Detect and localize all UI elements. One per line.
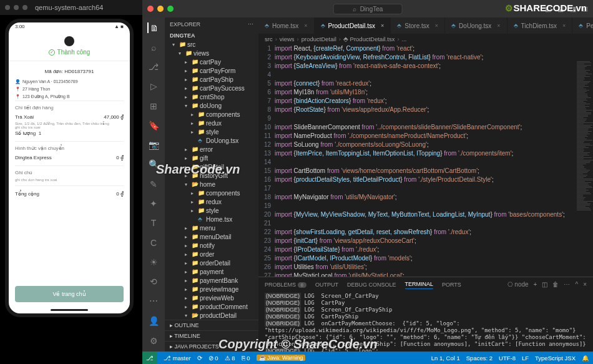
outline-section[interactable]: ▸ OUTLINE	[165, 320, 258, 330]
tree-folder[interactable]: ▸📁payment	[165, 267, 258, 276]
port-count[interactable]: ⎘ 0	[242, 355, 250, 362]
split-terminal-icon[interactable]: ◫	[542, 281, 547, 288]
breadcrumb-item[interactable]: src	[265, 36, 273, 42]
warnings-count[interactable]: ⚠ 8	[225, 355, 235, 362]
tree-folder[interactable]: ▸📁components	[165, 189, 258, 197]
tree-folder[interactable]: ▸📁menuDetail	[165, 232, 258, 241]
project-name[interactable]: DINGTEA	[165, 31, 258, 40]
tree-folder[interactable]: ▸📁giftDetail	[165, 162, 258, 171]
panel-tab[interactable]: PORTS	[442, 280, 461, 289]
tree-folder[interactable]: ▾📁doUong	[165, 101, 258, 110]
breadcrumb[interactable]: src›views›productDetail›⬘ ProductDetail.…	[258, 34, 593, 44]
notification-icon[interactable]: 🔔	[582, 355, 589, 362]
close-icon[interactable]	[147, 6, 154, 12]
close-icon[interactable]: ×	[562, 22, 566, 29]
breadcrumb-item[interactable]: productDetail	[301, 36, 336, 42]
maximize-panel-icon[interactable]: ^	[575, 281, 578, 288]
editor-tab[interactable]: ⬘DoUong.tsx×	[445, 17, 507, 34]
tree-folder[interactable]: ▸📁cmtShop	[165, 92, 258, 101]
close-icon[interactable]: ×	[381, 22, 384, 29]
tree-folder[interactable]: ▾📂home	[165, 180, 258, 189]
tree-folder[interactable]: ▸📁style	[165, 127, 258, 136]
panel-tab[interactable]: TERMINAL	[405, 280, 434, 289]
text-icon[interactable]: T	[148, 218, 159, 229]
zoom-icon[interactable]: 🔍	[148, 159, 159, 170]
extensions-icon[interactable]: ⊞	[148, 101, 159, 111]
settings-icon[interactable]: ⚙	[148, 335, 159, 347]
tree-folder[interactable]: ▸📁menu	[165, 224, 258, 232]
nav-bar[interactable]	[51, 309, 88, 311]
debug-icon[interactable]: ▷	[148, 81, 159, 92]
panel-tab[interactable]: DEBUG CONSOLE	[347, 280, 396, 289]
tree-folder[interactable]: ▸📁paymentBank	[165, 276, 258, 285]
tree-folder[interactable]: ▸📁redux	[165, 119, 258, 127]
terminal-profile[interactable]: ⎔ node	[507, 281, 529, 288]
cursor-position[interactable]: Ln 1, Col 1	[431, 355, 460, 362]
tree-folder[interactable]: ▾📁src	[165, 40, 258, 49]
breadcrumb-item[interactable]: ⬘ ProductDetail.tsx	[343, 36, 395, 42]
close-icon[interactable]: ×	[497, 22, 500, 29]
account-icon[interactable]: 👤	[148, 315, 159, 327]
editor-tab[interactable]: ⬘TichDiem.tsx×	[507, 17, 573, 34]
tree-folder[interactable]: ▾📁views	[165, 49, 258, 57]
close-icon[interactable]: ×	[304, 22, 307, 29]
minimap[interactable]	[576, 61, 593, 277]
more-icon[interactable]: ⋯	[564, 281, 570, 288]
traffic-dot[interactable]	[22, 5, 27, 10]
tree-folder[interactable]: ▸📁cartPay	[165, 57, 258, 66]
tree-folder[interactable]: ▾📂productDetail	[165, 311, 258, 320]
tree-folder[interactable]: ▸📁historyGift	[165, 171, 258, 180]
layout-right-icon[interactable]: ◨	[570, 5, 576, 13]
tree-folder[interactable]: ▸📁previewWeb	[165, 293, 258, 302]
language-mode[interactable]: TypeScript JSX	[535, 355, 576, 362]
encoding-status[interactable]: UTF-8	[499, 355, 516, 362]
java-status[interactable]: ☕ Java: Warning	[257, 355, 306, 361]
editor-tab[interactable]: ⬘Person.tsx×	[572, 17, 593, 34]
sun-icon[interactable]: ☀	[148, 257, 159, 267]
more-icon[interactable]: ⋯	[248, 21, 253, 27]
customize-layout-icon[interactable]: ⊞	[582, 5, 588, 13]
source-control-icon[interactable]: ⎇	[148, 62, 159, 72]
bookmark-icon[interactable]: 🔖	[148, 120, 159, 130]
java-section[interactable]: ▸ JAVA PROJECTS	[165, 341, 258, 352]
c-icon[interactable]: C	[148, 237, 159, 248]
remote-indicator[interactable]: ⎇	[142, 352, 157, 364]
maximize-icon[interactable]	[167, 6, 174, 12]
indent-status[interactable]: Spaces: 2	[466, 355, 493, 362]
tree-file[interactable]: ⬘Home.tsx	[165, 215, 258, 224]
git-branch[interactable]: ⎇ master	[164, 355, 191, 362]
traffic-dot[interactable]	[5, 5, 10, 10]
close-icon[interactable]: ×	[435, 22, 438, 29]
code-content[interactable]: import React, {createRef, Component} fro…	[275, 44, 593, 277]
eol-status[interactable]: LF	[522, 355, 529, 362]
search-icon[interactable]: ⌕	[148, 42, 159, 52]
editor-tab[interactable]: ⬘Store.tsx×	[391, 17, 445, 34]
close-panel-icon[interactable]: ×	[583, 281, 587, 288]
tree-folder[interactable]: ▸📁orderDetail	[165, 258, 258, 267]
trash-icon[interactable]: 🗑	[552, 281, 559, 288]
rotate-icon[interactable]: ⟲	[148, 276, 159, 287]
editor-tab[interactable]: ⬘Home.tsx×	[258, 17, 315, 34]
tree-folder[interactable]: ▸📁notify	[165, 241, 258, 250]
tree-folder[interactable]: ▸📁cartPayShip	[165, 75, 258, 84]
terminal-output[interactable]: (NOBRIDGE) LOG Screen_Of_CartPay (NOBRID…	[258, 292, 593, 352]
tree-folder[interactable]: ▸📁previewImage	[165, 285, 258, 293]
editor-tab[interactable]: ⬘ProductDetail.tsx×	[315, 17, 391, 34]
traffic-dot[interactable]	[14, 5, 19, 10]
panel-tab[interactable]: OUTPUT	[315, 280, 338, 289]
layout-bottom-icon[interactable]: ⬓	[557, 5, 564, 13]
tree-folder[interactable]: ▸📁productComment	[165, 302, 258, 311]
timeline-section[interactable]: ▸ TIMELINE	[165, 330, 258, 341]
home-button[interactable]: Về trang chủ	[15, 286, 124, 302]
breadcrumb-item[interactable]: views	[280, 36, 295, 42]
explorer-icon[interactable]: 🗎	[147, 22, 159, 33]
panel-tab[interactable]: PROBLEMS 8	[265, 280, 306, 289]
command-center[interactable]: ⌕ DingTea	[333, 4, 403, 14]
tree-folder[interactable]: ▸📁cartPaySuccess	[165, 84, 258, 92]
tree-folder[interactable]: ▸📁error	[165, 145, 258, 154]
tree-folder[interactable]: ▸📁components	[165, 110, 258, 119]
minimize-icon[interactable]	[157, 6, 164, 12]
tree-file[interactable]: ⬘DoUong.tsx	[165, 136, 258, 145]
code-editor[interactable]: 1234567891011121314151617181920212223242…	[258, 44, 593, 277]
breadcrumb-item[interactable]: ...	[402, 36, 407, 42]
